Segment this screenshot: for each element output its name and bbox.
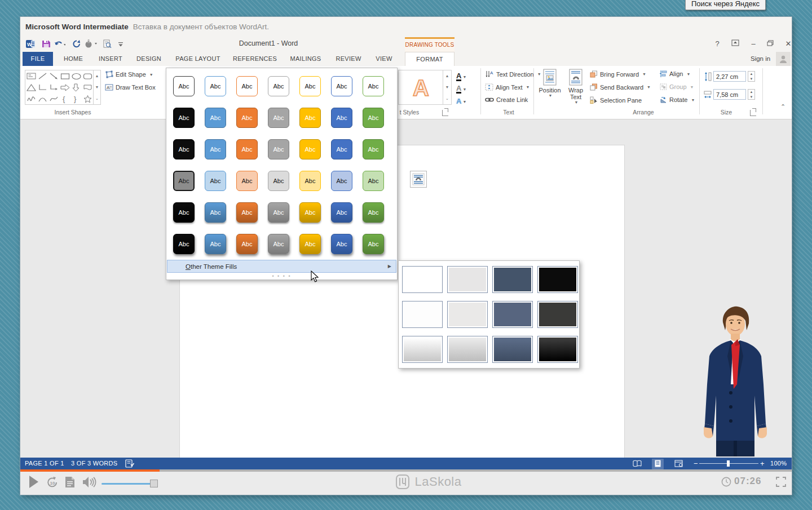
shape-style-subtle-gold[interactable]: Abc: [299, 171, 321, 191]
shape-style-intense-gold[interactable]: Abc: [299, 202, 321, 223]
tab-file[interactable]: FILE: [23, 52, 53, 66]
shape-style-solid-line-blue[interactable]: Abc: [205, 139, 226, 159]
wrap-text-button[interactable]: Wrap Text▼: [563, 69, 588, 106]
shape-elbow-connector-icon[interactable]: [37, 82, 48, 93]
selection-pane-button[interactable]: Selection Pane: [590, 96, 642, 104]
shape-style-intense-blue[interactable]: Abc: [205, 202, 226, 223]
size-dialog-launcher[interactable]: [750, 110, 756, 116]
zoom-level[interactable]: 100%: [770, 458, 787, 469]
web-layout-button[interactable]: [674, 460, 683, 468]
bring-forward-button[interactable]: Bring Forward▼: [590, 70, 646, 78]
customize-qat-button[interactable]: [115, 38, 126, 50]
shape-style-intense-shadow-dark-blue[interactable]: Abc: [331, 234, 352, 254]
theme-fill-slate-blue[interactable]: [492, 266, 533, 293]
shape-style-intense-black[interactable]: Abc: [173, 202, 195, 223]
shape-style-outline-black[interactable]: Abc: [173, 76, 195, 96]
shape-style-intense-orange[interactable]: Abc: [236, 202, 258, 223]
tab-page-layout[interactable]: PAGE LAYOUT: [175, 52, 220, 66]
help-button[interactable]: ?: [709, 38, 725, 50]
text-fill-button[interactable]: A▼: [456, 71, 475, 82]
replay-10-button[interactable]: 10: [46, 476, 59, 491]
shape-height-input[interactable]: 2,27 cm: [713, 71, 746, 82]
wordart-gallery-scrollbar[interactable]: ▲▼⌄: [443, 70, 452, 105]
shape-style-subtle-blue[interactable]: Abc: [205, 171, 226, 191]
shape-triangle-icon[interactable]: [25, 82, 37, 93]
yandex-search-button[interactable]: Поиск через Яндекс: [685, 0, 766, 10]
collapse-ribbon-button[interactable]: ⌃: [780, 103, 785, 110]
zoom-out-button[interactable]: −: [694, 458, 698, 469]
read-mode-button[interactable]: [633, 460, 642, 468]
tab-home[interactable]: HOME: [64, 52, 83, 66]
shape-style-solid-line-black[interactable]: Abc: [173, 139, 195, 159]
fullscreen-button[interactable]: [776, 477, 786, 489]
restore-button[interactable]: [762, 38, 778, 50]
theme-fill-white-soft[interactable]: [402, 301, 443, 328]
shape-style-solid-line-dark-blue[interactable]: Abc: [331, 139, 352, 159]
shape-style-solid-blue[interactable]: Abc: [205, 108, 226, 128]
shape-style-intense-green[interactable]: Abc: [363, 202, 384, 223]
shape-right-arrow-icon[interactable]: [59, 82, 70, 93]
shape-style-solid-dark-blue[interactable]: Abc: [331, 108, 352, 128]
shape-style-intense-shadow-gold[interactable]: Abc: [299, 234, 321, 254]
other-theme-fills-item[interactable]: Other Theme Fills ▶: [167, 260, 396, 273]
shape-style-subtle-orange[interactable]: Abc: [236, 171, 258, 191]
volume-slider-track[interactable]: [102, 483, 158, 485]
theme-fill-slate-gradient[interactable]: [492, 336, 533, 363]
shape-style-solid-line-gray[interactable]: Abc: [268, 139, 289, 159]
shape-style-outline-green[interactable]: Abc: [363, 76, 384, 96]
volume-slider-thumb[interactable]: [150, 480, 158, 487]
minimize-button[interactable]: –: [745, 38, 761, 50]
shape-style-outline-gold[interactable]: Abc: [299, 76, 321, 96]
theme-fill-black[interactable]: [537, 266, 578, 293]
shape-width-input[interactable]: 7,58 cm: [713, 89, 746, 100]
shape-style-outline-orange[interactable]: Abc: [236, 76, 258, 96]
layout-options-button[interactable]: [410, 171, 427, 188]
shape-star-icon[interactable]: [82, 93, 93, 104]
shape-style-outline-blue[interactable]: Abc: [205, 76, 226, 96]
shape-arc-icon[interactable]: [37, 93, 48, 104]
zoom-slider-thumb[interactable]: [727, 460, 730, 467]
undo-button[interactable]: [54, 38, 65, 50]
shape-curve-icon[interactable]: [48, 93, 59, 104]
shape-style-outline-gray[interactable]: Abc: [268, 76, 289, 96]
shape-style-intense-shadow-black[interactable]: Abc: [173, 234, 195, 254]
shapes-gallery-scrollbar[interactable]: ▲▼⌄: [94, 70, 101, 105]
theme-fill-light-gray[interactable]: [447, 266, 488, 293]
print-layout-button[interactable]: [652, 459, 664, 469]
zoom-in-button[interactable]: +: [760, 458, 765, 469]
shape-elbow-arrow-icon[interactable]: [48, 82, 59, 93]
notes-button[interactable]: [65, 476, 75, 490]
touch-mode-button[interactable]: [83, 38, 98, 50]
width-spinner[interactable]: ▲▼: [748, 89, 755, 100]
shape-down-arrow-icon[interactable]: [70, 82, 82, 93]
shape-style-solid-green[interactable]: Abc: [363, 108, 384, 128]
align-button[interactable]: Align▼: [660, 70, 690, 77]
send-backward-button[interactable]: Send Backward▼: [590, 83, 651, 91]
edit-shape-button[interactable]: Edit Shape▼: [105, 70, 153, 78]
theme-fill-black-gradient[interactable]: [537, 336, 578, 363]
shape-style-solid-line-gold[interactable]: Abc: [299, 139, 321, 159]
tab-design[interactable]: DESIGN: [136, 52, 161, 66]
text-direction-button[interactable]: A Text Direction▼: [485, 70, 541, 78]
shape-style-intense-shadow-gray[interactable]: Abc: [268, 234, 289, 254]
tab-insert[interactable]: INSERT: [99, 52, 122, 66]
shape-style-subtle-black[interactable]: Abc: [173, 171, 195, 191]
wordart-styles-dialog-launcher[interactable]: [442, 110, 448, 116]
shape-style-solid-line-orange[interactable]: Abc: [236, 139, 258, 159]
avatar[interactable]: [776, 52, 791, 66]
draw-text-box-button[interactable]: A Draw Text Box: [105, 83, 156, 91]
shape-style-intense-shadow-orange[interactable]: Abc: [236, 234, 258, 254]
redo-button[interactable]: [71, 38, 82, 50]
shape-style-intense-shadow-green[interactable]: Abc: [363, 234, 384, 254]
theme-fill-white-gradient[interactable]: [402, 336, 443, 363]
video-progress-track[interactable]: [160, 469, 792, 472]
shape-style-solid-gray[interactable]: Abc: [268, 108, 289, 128]
shape-style-outline-dark-blue[interactable]: Abc: [331, 76, 352, 96]
proofing-status-icon[interactable]: [125, 459, 135, 469]
video-progress-filled[interactable]: [20, 469, 160, 472]
height-spinner[interactable]: ▲▼: [748, 71, 755, 82]
text-outline-button[interactable]: A▼: [456, 83, 475, 95]
theme-fill-slate-blue-light[interactable]: [492, 301, 533, 328]
create-link-button[interactable]: Create Link: [485, 96, 528, 103]
word-count[interactable]: 3 OF 3 WORDS: [71, 458, 117, 469]
